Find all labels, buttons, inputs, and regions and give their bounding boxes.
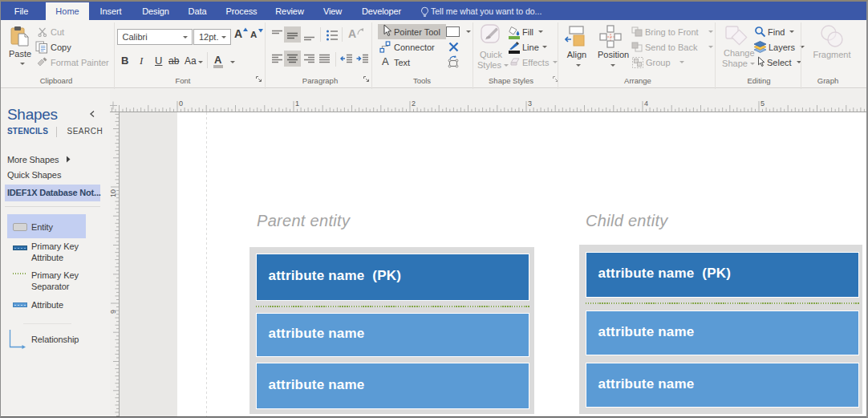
svg-text:3: 3	[528, 99, 532, 108]
svg-text:5: 5	[761, 99, 765, 108]
svg-text:10: 10	[109, 189, 117, 197]
svg-text:1: 1	[295, 99, 299, 108]
svg-text:4: 4	[644, 99, 648, 108]
svg-text:2: 2	[412, 99, 416, 108]
svg-text:0: 0	[179, 99, 183, 108]
svg-text:9: 9	[109, 310, 117, 314]
